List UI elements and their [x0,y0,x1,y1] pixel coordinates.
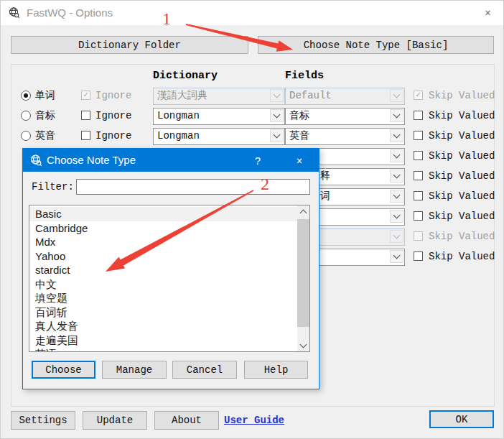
chevron-down-icon [390,129,403,142]
manage-button[interactable]: Manage [102,361,167,379]
skip-valued-checkbox[interactable]: ✓ [414,91,423,100]
ignore-checkbox[interactable] [81,111,90,120]
skip-valued-checkbox[interactable] [414,251,423,261]
skip-valued-checkbox[interactable] [414,131,423,140]
fastwq-globe-icon [29,154,42,167]
close-icon[interactable]: ✕ [284,149,315,172]
settings-button[interactable]: Settings [11,411,75,430]
dialog-title-bar: Choose Note Type ? ✕ [23,149,319,172]
skip-valued-checkbox[interactable] [414,171,423,180]
list-item[interactable]: 百词斩 [29,305,297,320]
table-row: 单词 ✓ Ignore 漢語大詞典 Default ✓ Skip Valued [1,88,503,103]
list-item[interactable]: 走遍美国 [29,333,297,348]
field-dropdown[interactable]: Default [285,88,405,105]
note-type-listbox: Basic Cambridge Mdx Yahoo stardict 中文 填空… [29,205,310,352]
chevron-down-icon [270,89,284,102]
choose-button[interactable]: Choose [32,361,95,379]
skip-valued-label: Skip Valued [429,128,495,144]
list-item[interactable]: 填空题 [29,291,297,305]
dictionary-value: Longman [157,130,200,142]
help-button[interactable]: Help [244,361,308,379]
dictionary-column-header: Dictionary [153,70,218,83]
list-item[interactable]: 真人发音 [29,319,297,333]
skip-valued-label: Skip Valued [429,188,495,204]
fastwq-globe-icon [8,6,20,19]
cancel-button[interactable]: Cancel [172,361,237,379]
window-title: FastWQ - Options [27,6,113,20]
user-guide-link[interactable]: User Guide [224,412,284,428]
filter-input[interactable] [76,179,310,195]
dictionary-folder-button[interactable]: Dictionary Folder [11,36,248,54]
ignore-checkbox[interactable]: ✓ [81,91,90,100]
chevron-down-icon [390,250,403,263]
dialog-title: Choose Note Type [47,153,136,167]
row-word-label: 单词 [35,88,55,103]
chevron-down-icon [270,129,284,142]
dictionary-dropdown[interactable]: Longman [153,128,285,145]
chevron-down-icon [390,149,403,162]
word-radio[interactable] [21,91,31,101]
list-item[interactable]: 英语 [29,347,297,352]
row-word-label: 音标 [35,108,55,124]
skip-valued-label: Skip Valued [429,148,495,164]
ignore-label: Ignore [95,128,131,144]
scroll-up-icon[interactable] [297,205,309,218]
field-value: 音标 [289,110,309,121]
options-window: FastWQ - Options ✕ Dictionary Folder Cho… [0,0,504,439]
dictionary-value: 漢語大詞典 [157,90,207,101]
scrollbar-thumb[interactable] [297,219,309,327]
word-radio[interactable] [21,111,31,121]
field-dropdown[interactable]: 英音 [285,128,405,145]
list-item[interactable]: Yahoo [29,249,297,264]
field-value: 英音 [289,130,309,142]
dictionary-dropdown[interactable]: 漢語大詞典 [153,88,285,105]
scroll-down-icon[interactable] [297,339,309,351]
scrollbar[interactable] [297,205,309,351]
table-row: 音标 Ignore Longman 音标 Skip Valued [1,108,503,124]
chevron-down-icon [390,230,403,243]
close-icon[interactable]: ✕ [472,1,504,24]
about-button[interactable]: About [154,411,219,430]
skip-valued-checkbox[interactable] [414,231,423,241]
skip-valued-checkbox[interactable] [414,151,423,160]
chevron-down-icon [390,109,403,122]
list-item[interactable]: Cambridge [29,221,297,236]
ignore-label: Ignore [95,108,131,124]
dictionary-dropdown[interactable]: Longman [153,108,285,125]
skip-valued-label: Skip Valued [429,228,495,244]
list-item[interactable]: Basic [29,207,297,221]
fields-column-header: Fields [285,70,324,83]
list-item[interactable]: stardict [29,263,297,277]
table-row: 英音 Ignore Longman 英音 Skip Valued [1,128,503,144]
word-radio[interactable] [21,131,31,141]
row-word-label: 英音 [35,128,55,144]
choose-note-type-button[interactable]: Choose Note Type [Basic] [258,36,494,54]
skip-valued-label: Skip Valued [429,208,495,224]
chevron-down-icon [390,170,403,182]
chevron-down-icon [390,190,403,203]
skip-valued-label: Skip Valued [429,108,495,124]
ignore-checkbox[interactable] [81,131,90,140]
ignore-label: Ignore [95,88,131,103]
ok-button[interactable]: OK [429,410,494,428]
chevron-down-icon [390,210,403,223]
field-dropdown[interactable]: 音标 [285,108,405,125]
skip-valued-label: Skip Valued [429,88,495,103]
list-item[interactable]: 中文 [29,277,297,292]
skip-valued-checkbox[interactable] [414,111,423,120]
list-item[interactable]: Mdx [29,235,297,249]
skip-valued-label: Skip Valued [429,168,495,184]
skip-valued-checkbox[interactable] [414,211,423,221]
filter-label: Filter: [32,179,74,195]
field-value: Default [289,90,332,101]
chevron-down-icon [270,109,284,122]
skip-valued-label: Skip Valued [429,249,495,264]
skip-valued-checkbox[interactable] [414,191,423,200]
title-bar: FastWQ - Options ✕ [1,1,503,25]
help-icon[interactable]: ? [242,149,274,172]
update-button[interactable]: Update [83,411,147,430]
choose-note-type-dialog: Choose Note Type ? ✕ Filter: Basic Cambr… [22,148,319,389]
chevron-down-icon [390,89,403,102]
dictionary-value: Longman [157,110,200,121]
